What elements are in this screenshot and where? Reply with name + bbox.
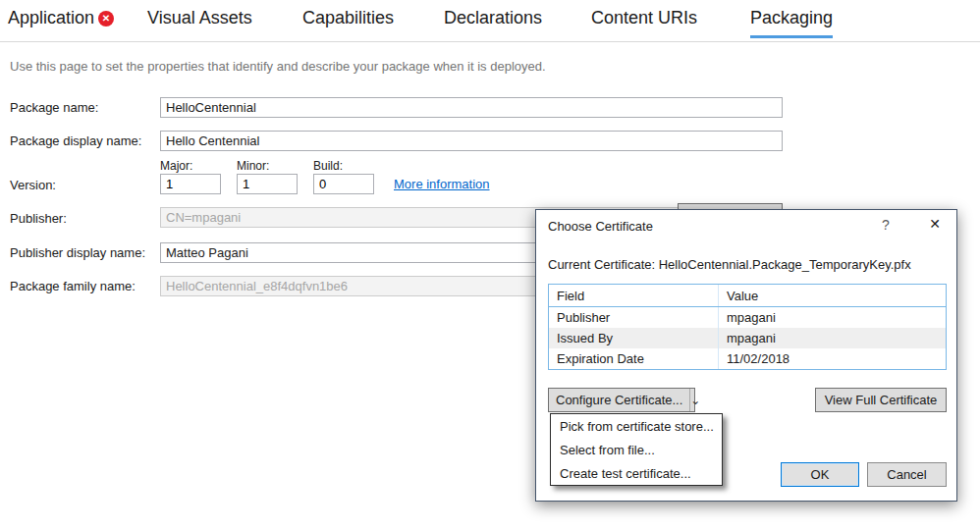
table-cell-value: mpagani <box>719 331 946 345</box>
table-header-row: Field Value <box>549 285 946 307</box>
tab-visual-assets[interactable]: Visual Assets <box>147 8 252 35</box>
chevron-down-icon: ⌄ <box>689 389 700 411</box>
table-cell-field: Publisher <box>549 307 719 328</box>
field-column-header: Field <box>549 285 719 306</box>
table-row: Expiration Date 11/02/2018 <box>549 348 946 369</box>
publisher-display-name-label: Publisher display name: <box>10 245 145 260</box>
configure-certificate-menu: Pick from certificate store... Select fr… <box>550 413 723 486</box>
version-minor-input[interactable] <box>237 174 298 194</box>
table-cell-field: Issued By <box>549 328 719 348</box>
packaging-page: Application✕ Visual Assets Capabilities … <box>0 0 980 530</box>
tab-content-uris[interactable]: Content URIs <box>591 8 697 35</box>
menu-item-select-from-file[interactable]: Select from file... <box>551 438 722 461</box>
choose-certificate-dialog: Choose Certificate ? ✕ Current Certifica… <box>535 209 957 502</box>
error-icon: ✕ <box>98 11 114 26</box>
version-label: Version: <box>10 178 56 192</box>
version-build-input[interactable] <box>313 174 374 194</box>
tabs-divider <box>0 41 980 42</box>
tab-packaging[interactable]: Packaging <box>750 8 833 38</box>
package-name-label: Package name: <box>10 100 98 115</box>
menu-item-pick-from-store[interactable]: Pick from certificate store... <box>551 414 722 438</box>
table-row: Issued By mpagani <box>549 328 946 348</box>
version-minor-label: Minor: <box>237 159 269 173</box>
tab-application-label: Application <box>8 8 94 27</box>
menu-item-create-test-certificate[interactable]: Create test certificate... <box>551 461 722 485</box>
help-icon[interactable]: ? <box>877 217 895 233</box>
package-display-name-label: Package display name: <box>10 133 141 148</box>
package-name-input[interactable] <box>160 97 783 118</box>
table-cell-value: mpagani <box>719 310 946 325</box>
value-column-header: Value <box>719 289 946 303</box>
view-full-certificate-button[interactable]: View Full Certificate <box>815 388 947 412</box>
configure-certificate-label: Configure Certificate... <box>549 393 689 407</box>
tab-application[interactable]: Application✕ <box>8 8 114 35</box>
current-certificate-text: Current Certificate: HelloCentennial.Pac… <box>548 257 911 272</box>
page-description: Use this page to set the properties that… <box>10 59 546 74</box>
dialog-title: Choose Certificate <box>548 219 653 234</box>
tab-declarations[interactable]: Declarations <box>444 8 542 35</box>
close-icon[interactable]: ✕ <box>923 216 947 232</box>
package-display-name-input[interactable] <box>160 131 783 151</box>
version-build-label: Build: <box>313 159 343 173</box>
certificate-table: Field Value Publisher mpagani Issued By … <box>548 284 947 370</box>
table-row: Publisher mpagani <box>549 307 946 328</box>
table-cell-field: Expiration Date <box>549 348 719 369</box>
table-cell-value: 11/02/2018 <box>719 351 946 366</box>
package-family-name-label: Package family name: <box>10 279 136 293</box>
version-major-input[interactable] <box>160 174 221 194</box>
version-major-label: Major: <box>160 159 192 173</box>
cancel-button[interactable]: Cancel <box>867 462 947 487</box>
publisher-label: Publisher: <box>10 211 67 226</box>
configure-certificate-dropdown[interactable]: Configure Certificate... ⌄ <box>548 388 695 412</box>
ok-button[interactable]: OK <box>781 462 859 487</box>
more-information-link[interactable]: More information <box>394 177 490 191</box>
tab-capabilities[interactable]: Capabilities <box>302 8 394 35</box>
